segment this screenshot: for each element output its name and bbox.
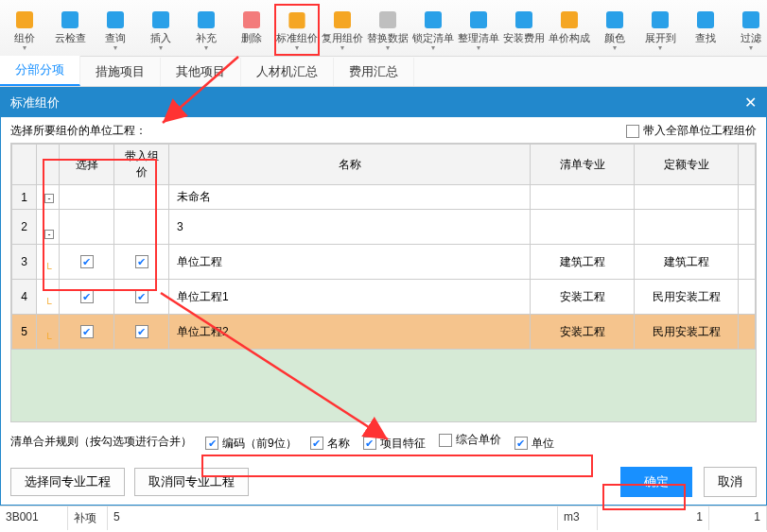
import-cell[interactable] xyxy=(114,245,169,280)
grid-wrap: 选择 带入组价 名称 清单专业 定额专业 1-未命名2 -33 └单位工程建筑工… xyxy=(10,143,757,422)
deselect-same-button[interactable]: 取消同专业工程 xyxy=(134,468,249,496)
name-cell: 单位工程 xyxy=(169,245,531,280)
toolbar-install-fee[interactable]: 安装费用 xyxy=(501,4,547,56)
select-cell[interactable] xyxy=(60,185,114,210)
table-row[interactable]: 1-未命名 xyxy=(12,185,756,210)
table-row[interactable]: 4 └单位工程1安装工程民用安装工程 xyxy=(12,280,756,315)
svg-rect-4 xyxy=(198,11,215,28)
toolbar-replace-data[interactable]: 替换数据▾ xyxy=(365,4,410,56)
svg-rect-8 xyxy=(379,11,396,28)
cancel-button[interactable]: 取消 xyxy=(704,467,757,497)
svg-rect-15 xyxy=(697,11,714,28)
bottom-strip: 3B001 补项 5 m3 1 1 xyxy=(0,506,767,530)
chevron-down-icon: ▾ xyxy=(23,44,26,52)
checkbox-icon[interactable] xyxy=(80,255,94,268)
import-cell[interactable] xyxy=(114,280,169,315)
toolbar-expand-to[interactable]: 展开到▾ xyxy=(637,4,683,56)
toolbar-supplement[interactable]: 补充▾ xyxy=(183,4,229,56)
insert-icon xyxy=(149,9,172,31)
table-row[interactable]: 2 -3 xyxy=(12,210,756,245)
install-fee-icon xyxy=(513,9,535,31)
tab-其他项目[interactable]: 其他项目 xyxy=(161,58,241,86)
import-cell[interactable] xyxy=(114,210,169,245)
panel-top-row: 选择所要组价的单位工程： 带入全部单位工程组价 xyxy=(10,123,757,139)
rule-opt-单位[interactable]: 单位 xyxy=(514,436,554,452)
toolbar-find[interactable]: 查找 xyxy=(683,4,728,56)
svg-rect-6 xyxy=(288,12,305,28)
chevron-down-icon: ▾ xyxy=(295,44,299,52)
toolbar-reuse-price[interactable]: 复用组价▾ xyxy=(320,4,365,56)
close-icon[interactable]: ✕ xyxy=(744,94,757,112)
toolbar-lock-list[interactable]: 锁定清单▾ xyxy=(410,4,456,56)
toolbar-price[interactable]: 组价▾ xyxy=(2,4,47,56)
checkbox-icon[interactable] xyxy=(80,325,94,338)
tab-bar: 分部分项措施项目其他项目人材机汇总费用汇总 xyxy=(0,57,767,87)
select-cell[interactable] xyxy=(60,315,114,350)
toolbar-filter[interactable]: 过滤▾ xyxy=(728,4,767,56)
chevron-down-icon: ▾ xyxy=(113,44,117,52)
svg-rect-1 xyxy=(61,11,78,28)
select-same-button[interactable]: 选择同专业工程 xyxy=(10,468,125,496)
toolbar-delete[interactable]: 删除 xyxy=(229,4,274,56)
import-all-checkbox[interactable]: 带入全部单位工程组价 xyxy=(626,123,757,139)
checkbox-icon[interactable] xyxy=(135,255,148,268)
table-row[interactable]: 3 └单位工程建筑工程建筑工程 xyxy=(12,245,756,280)
select-cell[interactable] xyxy=(60,245,114,280)
svg-rect-2 xyxy=(107,11,124,28)
import-cell[interactable] xyxy=(114,185,169,210)
toolbar-color[interactable]: 颜色▾ xyxy=(592,4,637,56)
find-icon xyxy=(694,9,717,31)
select-cell[interactable] xyxy=(60,280,114,315)
svg-rect-12 xyxy=(561,11,578,28)
rule-opt-名称[interactable]: 名称 xyxy=(310,436,350,452)
chevron-down-icon: ▾ xyxy=(386,44,390,52)
tree-cell: └ xyxy=(37,280,60,315)
tree-branch-icon: └ xyxy=(44,298,58,309)
tree-toggle-icon[interactable]: - xyxy=(44,194,54,203)
row-number: 2 xyxy=(12,210,37,245)
tab-分部分项[interactable]: 分部分项 xyxy=(0,56,80,86)
sort-list-icon xyxy=(467,9,490,31)
svg-rect-16 xyxy=(742,11,759,28)
toolbar-insert[interactable]: 插入▾ xyxy=(138,4,183,56)
toolbar-sort-list[interactable]: 整理清单▾ xyxy=(456,4,501,56)
toolbar-std-price[interactable]: 标准组价▾ xyxy=(274,4,320,56)
unit-project-grid: 选择 带入组价 名称 清单专业 定额专业 1-未命名2 -33 └单位工程建筑工… xyxy=(11,144,756,350)
strip-code: 3B001 xyxy=(0,506,68,530)
panel-title-bar: 标准组价 ✕ xyxy=(1,88,766,117)
strip-unit: m3 xyxy=(558,506,598,530)
rule-opt-编码（前9位）[interactable]: 编码（前9位） xyxy=(205,436,297,452)
name-cell: 3 xyxy=(169,210,531,245)
pad-cell xyxy=(739,185,756,210)
tree-toggle-icon[interactable]: - xyxy=(44,230,54,239)
ok-button[interactable]: 确定 xyxy=(620,467,692,497)
toolbar-unit-compose[interactable]: 单价构成 xyxy=(547,4,592,56)
tab-费用汇总[interactable]: 费用汇总 xyxy=(334,58,414,86)
col-import: 带入组价 xyxy=(114,145,169,185)
rule-label: 清单合并规则（按勾选项进行合并） xyxy=(10,434,192,450)
toolbar-query[interactable]: 查询▾ xyxy=(93,4,138,56)
pad-cell xyxy=(739,245,756,280)
chevron-down-icon: ▾ xyxy=(159,44,163,52)
tab-措施项目[interactable]: 措施项目 xyxy=(80,58,161,86)
rule-opt-label: 综合单价 xyxy=(456,432,501,448)
checkbox-icon[interactable] xyxy=(80,290,94,303)
tab-人材机汇总[interactable]: 人材机汇总 xyxy=(241,58,334,86)
checkbox-icon xyxy=(363,437,376,450)
tree-cell: - xyxy=(37,210,60,245)
corner-cell xyxy=(12,145,37,185)
row-number: 4 xyxy=(12,280,37,315)
table-row[interactable]: 5 └单位工程2安装工程民用安装工程 xyxy=(12,315,756,350)
tree-branch-icon: └ xyxy=(44,263,58,274)
checkbox-icon[interactable] xyxy=(135,290,148,303)
toolbar-cloud-check[interactable]: 云检查 xyxy=(47,4,93,56)
checkbox-icon xyxy=(310,437,323,450)
rule-opt-综合单价[interactable]: 综合单价 xyxy=(439,432,501,448)
select-cell[interactable] xyxy=(60,210,114,245)
import-cell[interactable] xyxy=(114,315,169,350)
rule-opt-项目特征[interactable]: 项目特征 xyxy=(363,436,426,452)
panel-body: 选择所要组价的单位工程： 带入全部单位工程组价 选择 带入组价 xyxy=(1,117,766,463)
rule-opt-label: 编码（前9位） xyxy=(222,436,297,452)
checkbox-icon[interactable] xyxy=(135,325,148,338)
replace-data-icon xyxy=(376,9,399,31)
